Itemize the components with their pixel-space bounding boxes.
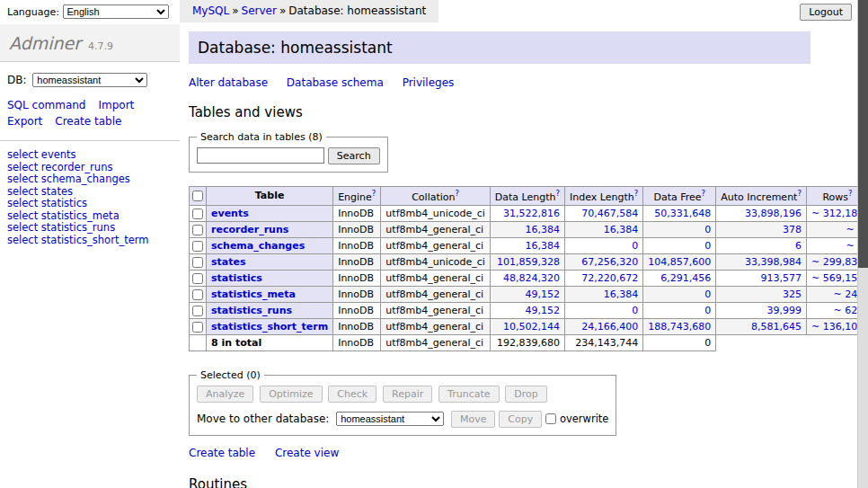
data-length-link[interactable]: 49,152 bbox=[526, 305, 561, 316]
import-link[interactable]: Import bbox=[98, 99, 134, 111]
index-length-link[interactable]: 24,166,400 bbox=[581, 321, 638, 333]
table-name-link[interactable]: recorder_runs bbox=[211, 224, 288, 235]
database-schema-link[interactable]: Database schema bbox=[287, 76, 384, 89]
scrollbar[interactable] bbox=[857, 0, 868, 488]
adminer-logo[interactable]: Adminer bbox=[9, 33, 81, 53]
auto-increment-link[interactable]: 325 bbox=[783, 288, 802, 300]
help-link[interactable]: ? bbox=[797, 189, 802, 198]
data-length-link[interactable]: 48,824,320 bbox=[503, 272, 560, 284]
select-link[interactable]: select bbox=[7, 221, 38, 234]
optimize-button[interactable]: Optimize bbox=[260, 386, 322, 403]
sql-command-link[interactable]: SQL command bbox=[7, 99, 85, 111]
sidebar-table-link[interactable]: statistics_meta bbox=[41, 209, 120, 222]
auto-increment-link[interactable]: 6 bbox=[795, 240, 802, 252]
create-table-link[interactable]: Create table bbox=[55, 115, 121, 128]
rows-link[interactable]: ~ 569,159 bbox=[811, 272, 864, 284]
auto-increment-link[interactable]: 8,581,645 bbox=[751, 321, 802, 333]
row-checkbox[interactable] bbox=[192, 225, 203, 235]
row-checkbox[interactable] bbox=[192, 273, 203, 284]
table-name-link[interactable]: statistics bbox=[211, 272, 262, 284]
analyze-button[interactable]: Analyze bbox=[197, 386, 253, 403]
search-input[interactable] bbox=[197, 147, 324, 164]
check-button[interactable]: Check bbox=[328, 386, 376, 403]
auto-increment-link[interactable]: 913,577 bbox=[760, 272, 802, 284]
data-free-link[interactable]: 0 bbox=[704, 305, 711, 316]
rows-link[interactable]: ~ 312,180 bbox=[811, 208, 864, 219]
table-name-link[interactable]: statistics_runs bbox=[211, 305, 292, 316]
help-link[interactable]: ? bbox=[702, 189, 706, 198]
search-button[interactable]: Search bbox=[328, 147, 380, 164]
move-button[interactable]: Move bbox=[451, 411, 496, 428]
auto-increment-link[interactable]: 39,999 bbox=[766, 305, 802, 316]
index-length-link[interactable]: 0 bbox=[632, 240, 638, 252]
breadcrumb-link-server[interactable]: Server bbox=[242, 4, 277, 17]
select-link[interactable]: select bbox=[7, 173, 38, 185]
breadcrumb-link-mysql[interactable]: MySQL bbox=[192, 4, 229, 17]
data-free-link[interactable]: 6,291,456 bbox=[660, 272, 711, 284]
data-free-link[interactable]: 0 bbox=[704, 224, 711, 235]
drop-button[interactable]: Drop bbox=[505, 386, 546, 403]
sidebar-table-link[interactable]: events bbox=[41, 148, 76, 161]
select-link[interactable]: select bbox=[7, 234, 38, 246]
create-table-link-main[interactable]: Create table bbox=[189, 447, 255, 459]
help-link[interactable]: ? bbox=[372, 189, 376, 198]
overwrite-checkbox[interactable] bbox=[545, 413, 556, 424]
index-length-link[interactable]: 67,256,320 bbox=[581, 256, 638, 268]
privileges-link[interactable]: Privileges bbox=[403, 76, 455, 89]
create-view-link[interactable]: Create view bbox=[275, 447, 339, 459]
data-length-link[interactable]: 16,384 bbox=[526, 240, 561, 252]
row-checkbox[interactable] bbox=[192, 257, 203, 268]
select-link[interactable]: select bbox=[7, 148, 38, 161]
row-checkbox[interactable] bbox=[192, 306, 203, 316]
select-link[interactable]: select bbox=[7, 197, 38, 209]
row-checkbox[interactable] bbox=[192, 289, 203, 300]
help-link[interactable]: ? bbox=[634, 189, 639, 198]
sidebar-table-link[interactable]: recorder_runs bbox=[41, 161, 113, 173]
data-free-link[interactable]: 50,331,648 bbox=[654, 208, 711, 219]
auto-increment-link[interactable]: 33,898,196 bbox=[745, 208, 802, 219]
data-free-link[interactable]: 104,857,600 bbox=[648, 256, 711, 268]
select-link[interactable]: select bbox=[7, 185, 38, 198]
move-db-select[interactable]: homeassistant bbox=[336, 412, 444, 426]
sidebar-table-link[interactable]: schema_changes bbox=[41, 173, 130, 185]
help-link[interactable]: ? bbox=[456, 189, 460, 198]
table-name-link[interactable]: states bbox=[211, 256, 246, 268]
language-select[interactable]: English bbox=[63, 4, 169, 19]
data-length-link[interactable]: 49,152 bbox=[526, 288, 561, 300]
data-length-link[interactable]: 16,384 bbox=[526, 224, 561, 235]
row-checkbox[interactable] bbox=[192, 322, 203, 333]
row-checkbox[interactable] bbox=[192, 209, 203, 219]
export-link[interactable]: Export bbox=[7, 115, 42, 128]
table-name-link[interactable]: statistics_meta bbox=[211, 288, 296, 300]
auto-increment-link[interactable]: 33,398,984 bbox=[745, 256, 802, 268]
index-length-link[interactable]: 16,384 bbox=[604, 224, 639, 235]
sidebar-table-link[interactable]: statistics bbox=[41, 197, 87, 209]
table-name-link[interactable]: events bbox=[211, 208, 249, 219]
index-length-link[interactable]: 16,384 bbox=[604, 288, 639, 300]
table-name-link[interactable]: schema_changes bbox=[211, 240, 305, 252]
data-free-link[interactable]: 188,743,680 bbox=[648, 321, 711, 333]
index-length-link[interactable]: 72,220,672 bbox=[581, 272, 638, 284]
select-all-checkbox[interactable] bbox=[192, 191, 203, 201]
index-length-link[interactable]: 0 bbox=[632, 305, 638, 316]
copy-button[interactable]: Copy bbox=[499, 411, 542, 428]
select-link[interactable]: select bbox=[7, 209, 38, 222]
select-link[interactable]: select bbox=[7, 161, 38, 173]
data-length-link[interactable]: 101,859,328 bbox=[497, 256, 560, 268]
auto-increment-link[interactable]: 378 bbox=[783, 224, 802, 235]
sidebar-table-link[interactable]: statistics_runs bbox=[41, 221, 115, 234]
data-free-link[interactable]: 0 bbox=[704, 240, 711, 252]
rows-link[interactable]: ~ 299,833 bbox=[811, 256, 864, 268]
alter-database-link[interactable]: Alter database bbox=[189, 76, 268, 89]
sidebar-table-link[interactable]: statistics_short_term bbox=[41, 234, 149, 246]
db-select[interactable]: homeassistant bbox=[32, 73, 147, 87]
index-length-link[interactable]: 70,467,584 bbox=[581, 208, 638, 219]
help-link[interactable]: ? bbox=[556, 189, 561, 198]
repair-button[interactable]: Repair bbox=[383, 386, 432, 403]
sidebar-table-link[interactable]: states bbox=[41, 185, 73, 198]
rows-link[interactable]: ~ 136,108 bbox=[811, 321, 864, 333]
data-length-link[interactable]: 31,522,816 bbox=[503, 208, 560, 219]
data-free-link[interactable]: 0 bbox=[704, 288, 711, 300]
help-link[interactable]: ? bbox=[848, 189, 853, 198]
truncate-button[interactable]: Truncate bbox=[438, 386, 499, 403]
